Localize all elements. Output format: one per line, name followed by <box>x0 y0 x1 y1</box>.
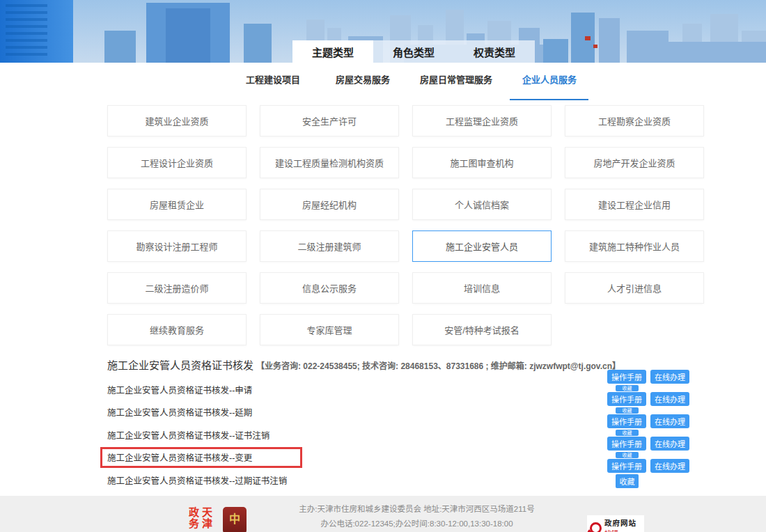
subnav-item-housing-daily-management[interactable]: 房屋日常管理服务 <box>420 72 492 86</box>
online-handle-button[interactable]: 在线办理 <box>650 437 689 451</box>
grid-item[interactable]: 建设工程企业信用 <box>565 189 704 220</box>
collect-button[interactable]: 收藏 <box>616 385 639 391</box>
subnav-item-housing-transaction[interactable]: 房屋交易服务 <box>336 72 390 86</box>
service-link-apply[interactable]: 施工企业安管人员资格证书核发--申请 <box>107 383 252 396</box>
service-link-extension[interactable]: 施工企业安管人员资格证书核发--延期 <box>107 405 252 418</box>
grid-item[interactable]: 施工图审查机构 <box>412 147 552 178</box>
grid-item[interactable]: 建筑业企业资质 <box>107 105 247 136</box>
tab-theme-type[interactable]: 主题类型 <box>292 40 373 63</box>
service-detail-section: 施工企业安管人员资格证书核发 【业务咨询: 022-24538455; 技术咨询… <box>107 357 706 493</box>
manual-button[interactable]: 操作手册 <box>607 392 646 406</box>
service-link-change[interactable]: 施工企业安管人员资格证书核发--变更 <box>107 451 252 464</box>
subnav-item-enterprise-personnel[interactable]: 企业人员服务 <box>522 72 577 86</box>
grid-item[interactable]: 信息公示服务 <box>260 272 399 304</box>
grid-item[interactable]: 安全生产许可 <box>260 105 399 136</box>
grid-item[interactable]: 房屋经纪机构 <box>260 189 399 220</box>
grid-item[interactable]: 工程监理企业资质 <box>412 105 552 136</box>
grid-item[interactable]: 专家库管理 <box>260 314 399 345</box>
service-action-buttons: 操作手册 在线办理 收藏 操作手册 在线办理 收藏 操作手册 在线办理 收藏 操… <box>607 370 691 489</box>
footer: 天津政务 中 主办:天津市住房和城乡建设委员会 地址:天津市河西区马场道211号… <box>0 496 766 532</box>
service-category-grid: 建筑业企业资质 安全生产许可 工程监理企业资质 工程勘察企业资质 工程设计企业资… <box>107 105 704 345</box>
tianjin-gov-seal-icon: 天津政务 <box>187 507 213 532</box>
gov-site-error-report-widget[interactable]: 政府网站 找错 <box>587 515 644 532</box>
online-handle-button[interactable]: 在线办理 <box>650 414 689 428</box>
manual-button[interactable]: 操作手册 <box>607 437 646 451</box>
magnifier-icon <box>590 522 602 532</box>
collect-button[interactable]: 收藏 <box>616 407 639 414</box>
grid-item[interactable]: 建筑施工特种作业人员 <box>565 230 704 262</box>
manual-button[interactable]: 操作手册 <box>607 459 646 473</box>
grid-item[interactable]: 工程勘察企业资质 <box>565 105 704 136</box>
grid-item[interactable]: 继续教育服务 <box>107 314 247 345</box>
manual-button[interactable]: 操作手册 <box>607 414 646 428</box>
detail-contact-info: 【业务咨询: 022-24538455; 技术咨询: 28468153、8733… <box>256 359 620 371</box>
footer-logos: 天津政务 中 <box>187 507 247 532</box>
highlight-box: 施工企业安管人员资格证书核发--变更 <box>100 447 302 468</box>
subnav: 工程建设项目 房屋交易服务 房屋日常管理服务 企业人员服务 <box>0 63 766 101</box>
grid-item-selected[interactable]: 施工企业安管人员 <box>412 230 552 262</box>
grid-item[interactable]: 个人诚信档案 <box>412 189 552 220</box>
grid-item[interactable]: 二级注册造价师 <box>107 272 247 304</box>
grid-item[interactable]: 建设工程质量检测机构资质 <box>260 147 399 178</box>
gov-widget-link[interactable]: 找错 <box>604 528 618 532</box>
active-tab-underline <box>510 99 588 100</box>
grid-item[interactable]: 培训信息 <box>412 272 552 304</box>
grid-item[interactable]: 勘察设计注册工程师 <box>107 230 247 262</box>
detail-section-title: 施工企业安管人员资格证书核发 <box>107 357 253 372</box>
grid-item[interactable]: 房地产开发企业资质 <box>565 147 704 178</box>
gov-widget-title: 政府网站 <box>604 517 636 528</box>
grid-item[interactable]: 人才引进信息 <box>565 272 704 304</box>
category-tabbar: 主题类型 角色类型 权责类型 <box>292 40 535 63</box>
service-link-certificate-cancel[interactable]: 施工企业安管人员资格证书核发--证书注销 <box>107 428 269 441</box>
manual-button[interactable]: 操作手册 <box>607 370 646 384</box>
collect-button[interactable]: 收藏 <box>616 430 639 436</box>
service-link-expired-certificate-cancel[interactable]: 施工企业安管人员资格证书核发--过期证书注销 <box>107 474 287 487</box>
grid-item[interactable]: 二级注册建筑师 <box>260 230 399 262</box>
footer-host-address: 主办:天津市住房和城乡建设委员会 地址:天津市河西区马场道211号 <box>247 502 587 517</box>
collect-button[interactable]: 收藏 <box>616 452 639 458</box>
subnav-item-construction-project[interactable]: 工程建设项目 <box>246 72 300 86</box>
tab-role-type[interactable]: 角色类型 <box>373 40 454 63</box>
tab-duty-type[interactable]: 权责类型 <box>454 40 535 63</box>
footer-info: 主办:天津市住房和城乡建设委员会 地址:天津市河西区马场道211号 办公电话:0… <box>247 496 587 531</box>
grid-item[interactable]: 工程设计企业资质 <box>107 147 247 178</box>
online-handle-button[interactable]: 在线办理 <box>650 459 689 473</box>
collect-button[interactable]: 收藏 <box>616 474 639 488</box>
grid-item[interactable]: 安管/特种考试报名 <box>412 314 552 345</box>
grid-item[interactable]: 房屋租赁企业 <box>107 189 247 220</box>
online-handle-button[interactable]: 在线办理 <box>650 370 689 384</box>
online-handle-button[interactable]: 在线办理 <box>650 392 689 406</box>
construction-badge-icon: 中 <box>223 507 247 532</box>
header-banner: 主题类型 角色类型 权责类型 <box>0 0 766 63</box>
footer-phone-hours: 办公电话:022-12345;办公时间:8:30-12:00,13:30-18:… <box>247 517 587 531</box>
